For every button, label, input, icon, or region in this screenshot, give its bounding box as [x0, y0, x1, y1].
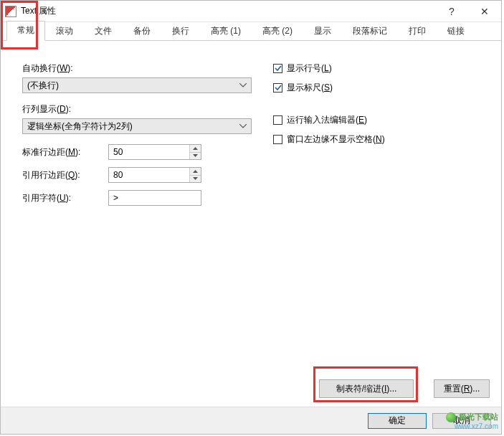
quote-char-label: 引用字符(U): — [22, 192, 108, 204]
show-line-no-checkbox[interactable] — [273, 64, 282, 73]
std-margin-input[interactable]: 50 — [108, 144, 201, 160]
auto-wrap-label: 自动换行(W): — [22, 62, 252, 75]
chevron-down-icon — [238, 80, 248, 90]
tab-bar: 常规 滚动 文件 备份 换行 高亮 (1) 高亮 (2) 显示 段落标记 打印 … — [1, 22, 501, 41]
no-left-space-checkbox[interactable] — [273, 135, 282, 144]
reset-button[interactable]: 重置(R)... — [434, 379, 490, 398]
help-button[interactable]: ? — [435, 1, 468, 22]
tab-indent-button[interactable]: 制表符/缩进(I)... — [319, 379, 414, 398]
spin-down-icon[interactable] — [190, 175, 201, 183]
app-icon — [5, 6, 16, 17]
quote-char-value: > — [113, 193, 118, 203]
tab-scroll[interactable]: 滚动 — [45, 22, 84, 41]
tab-highlight2[interactable]: 高亮 (2) — [252, 22, 303, 41]
spin-up-icon[interactable] — [190, 168, 201, 175]
run-ime-checkbox[interactable] — [273, 115, 282, 125]
dialog-button-bar: 确定 取消 — [1, 407, 501, 434]
auto-wrap-value: (不换行) — [27, 80, 59, 92]
row-display-label: 行列显示(D): — [22, 103, 252, 115]
quote-margin-input[interactable]: 80 — [108, 167, 201, 183]
spin-up-icon[interactable] — [190, 145, 201, 152]
quote-margin-label: 引用行边距(Q): — [22, 169, 108, 181]
show-ruler-label: 显示标尺(S) — [287, 82, 333, 94]
quote-char-input[interactable]: > — [108, 190, 201, 206]
no-left-space-label: 窗口左边缘不显示空格(N) — [287, 133, 385, 146]
tab-file[interactable]: 文件 — [84, 22, 123, 41]
close-button[interactable]: ✕ — [468, 1, 501, 22]
run-ime-label: 运行输入法编辑器(E) — [287, 114, 367, 126]
tab-highlight1[interactable]: 高亮 (1) — [200, 22, 252, 41]
tab-paragraph[interactable]: 段落标记 — [342, 22, 398, 41]
spin-down-icon[interactable] — [190, 152, 201, 160]
auto-wrap-select[interactable]: (不换行) — [22, 77, 252, 93]
window-title: Text 属性 — [21, 5, 56, 17]
std-margin-value: 50 — [109, 145, 189, 159]
tab-display[interactable]: 显示 — [303, 22, 342, 41]
tab-print[interactable]: 打印 — [398, 22, 437, 41]
ok-button[interactable]: 确定 — [368, 413, 427, 429]
tab-general[interactable]: 常规 — [6, 21, 45, 41]
tab-link[interactable]: 链接 — [437, 22, 475, 41]
quote-margin-value: 80 — [109, 168, 189, 182]
row-display-value: 逻辑坐标(全角字符计为2列) — [27, 120, 133, 133]
show-line-no-label: 显示行号(L) — [287, 62, 332, 75]
std-margin-label: 标准行边距(M): — [22, 146, 108, 158]
chevron-down-icon — [238, 121, 248, 131]
tab-wrap[interactable]: 换行 — [161, 22, 200, 41]
cancel-button[interactable]: 取消 — [432, 413, 491, 429]
row-display-select[interactable]: 逻辑坐标(全角字符计为2列) — [22, 118, 252, 134]
show-ruler-checkbox[interactable] — [273, 83, 282, 93]
tab-backup[interactable]: 备份 — [123, 22, 161, 41]
